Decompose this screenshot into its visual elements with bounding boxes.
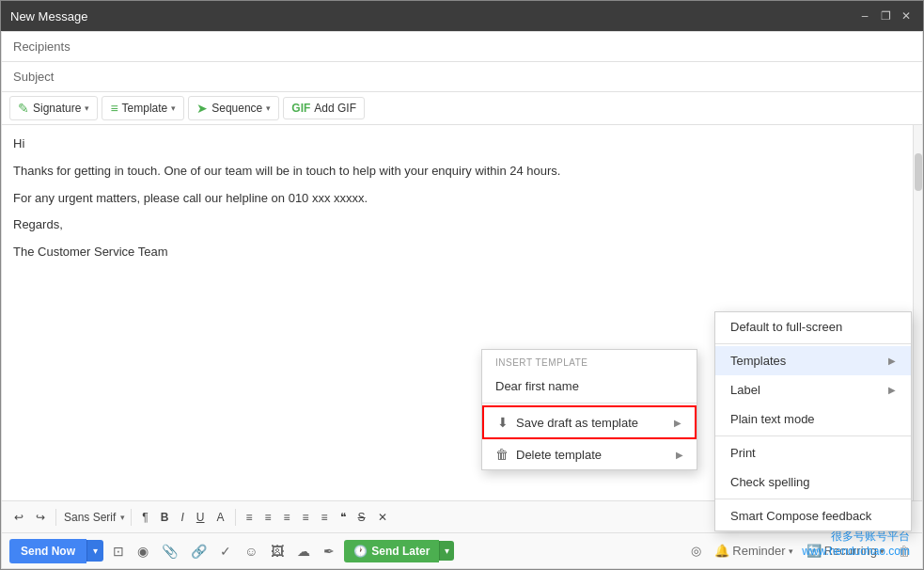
- emoji-button[interactable]: ☺: [241, 542, 261, 561]
- indent-dec-button[interactable]: ≡: [298, 509, 314, 526]
- ctx-label-arrow-icon: ▶: [888, 385, 896, 395]
- template-button[interactable]: ≡ Template ▾: [102, 96, 184, 120]
- send-later-dropdown-button[interactable]: ▾: [439, 541, 454, 561]
- recipients-row: Recipients: [2, 32, 922, 62]
- signature-chevron-icon: ▾: [85, 103, 89, 113]
- divider-1: [55, 509, 56, 526]
- send-now-group: Send Now ▾: [9, 539, 103, 563]
- ctx-divider-2: [715, 435, 911, 436]
- delete-template-item[interactable]: 🗑 Delete template ▶: [482, 439, 697, 469]
- strikethrough-button[interactable]: S: [353, 509, 370, 526]
- send-now-dropdown-button[interactable]: ▾: [86, 540, 103, 562]
- indent-inc-button[interactable]: ≡: [317, 509, 333, 526]
- ctx-smart-compose-label: Smart Compose feedback: [730, 509, 871, 523]
- reminder-icon: 🔔: [714, 544, 729, 558]
- recurring-arrow-icon: ▾: [880, 546, 885, 556]
- ctx-templates[interactable]: Templates ▶: [715, 346, 911, 375]
- divider-2: [131, 509, 132, 526]
- email-compose-window: New Message – ❐ ✕ Recipients Subject ✎ S…: [0, 0, 924, 570]
- save-draft-icon: ⬇: [497, 415, 509, 430]
- minimize-button[interactable]: –: [857, 9, 872, 23]
- insert-link-button[interactable]: 🔗: [187, 542, 211, 561]
- signature-button[interactable]: ✎ Signature ▾: [9, 96, 98, 120]
- bold-button[interactable]: B: [156, 509, 174, 526]
- open-window-button[interactable]: ⊡: [109, 542, 128, 561]
- add-gif-label: Add GIF: [314, 102, 356, 115]
- template-divider: [482, 403, 697, 404]
- font-selector[interactable]: Sans Serif: [62, 511, 117, 524]
- ctx-print[interactable]: Print: [715, 438, 911, 467]
- scrollbar-thumb[interactable]: [915, 153, 922, 191]
- attach-file-button[interactable]: 📎: [158, 542, 181, 561]
- spell-check-button[interactable]: ✓: [216, 542, 235, 561]
- signature-icon: ✎: [18, 101, 29, 116]
- ctx-smart-compose[interactable]: Smart Compose feedback: [715, 501, 911, 530]
- ctx-plain-text-label: Plain text mode: [730, 412, 815, 426]
- scrollbar-track[interactable]: [913, 125, 922, 500]
- signature-small-button[interactable]: ✒: [320, 542, 338, 561]
- sequence-label: Sequence: [211, 102, 262, 115]
- delete-template-icon: 🗑: [495, 447, 509, 462]
- template-icon: ≡: [110, 101, 117, 116]
- ctx-default-fullscreen[interactable]: Default to full-screen: [715, 312, 911, 341]
- sequence-icon: ➤: [196, 101, 208, 116]
- compose-toolbar: ✎ Signature ▾ ≡ Template ▾ ➤ Sequence ▾ …: [2, 92, 922, 125]
- delete-draft-button[interactable]: 🗑: [894, 542, 915, 561]
- ctx-check-spelling-label: Check spelling: [730, 475, 810, 489]
- restore-button[interactable]: ❐: [878, 9, 893, 23]
- dear-firstname-label: Dear first name: [495, 379, 579, 393]
- divider-3: [235, 509, 236, 526]
- template-chevron-icon: ▾: [171, 103, 176, 113]
- sequence-button[interactable]: ➤ Sequence ▾: [188, 96, 279, 120]
- subject-row: Subject: [2, 62, 922, 92]
- dear-firstname-item[interactable]: Dear first name: [482, 372, 697, 401]
- ctx-templates-label: Templates: [730, 354, 786, 368]
- undo-button[interactable]: ↩: [9, 509, 28, 526]
- ctx-label[interactable]: Label ▶: [715, 375, 911, 404]
- send-now-button[interactable]: Send Now: [9, 539, 86, 563]
- close-button[interactable]: ✕: [899, 9, 914, 23]
- paragraph-button[interactable]: ¶: [137, 509, 152, 526]
- align-button[interactable]: ≡: [242, 509, 258, 526]
- remove-format-button[interactable]: ✕: [373, 509, 392, 526]
- context-menu[interactable]: Default to full-screen Templates ▶ Label…: [714, 311, 912, 531]
- subject-label: Subject: [13, 70, 79, 84]
- gif-icon: GIF: [291, 102, 310, 115]
- action-bar: Send Now ▾ ⊡ ◉ 📎 🔗 ✓ ☺ 🖼 ☁ ✒ 🕐 Send Late…: [2, 532, 922, 568]
- ctx-default-fullscreen-label: Default to full-screen: [730, 320, 842, 334]
- font-color-button[interactable]: A: [212, 509, 229, 526]
- ctx-print-label: Print: [730, 446, 756, 460]
- add-gif-button[interactable]: GIF Add GIF: [283, 97, 365, 119]
- ctx-label-text: Label: [730, 383, 760, 397]
- ctx-plain-text[interactable]: Plain text mode: [715, 404, 911, 434]
- template-label: Template: [122, 102, 168, 115]
- bottom-right-buttons: ◎ 🔔 Reminder ▾ 🔄 Recurring ▾ 🗑: [687, 542, 915, 561]
- quote-button[interactable]: ❝: [336, 509, 351, 526]
- sequence-chevron-icon: ▾: [266, 103, 271, 113]
- ordered-list-button[interactable]: ≡: [260, 509, 276, 526]
- body-line1: Thanks for getting in touch. One of our …: [13, 162, 911, 182]
- recurring-button[interactable]: 🔄 Recurring ▾: [803, 542, 888, 560]
- tracking-icon-button[interactable]: ◎: [687, 542, 705, 560]
- body-greeting: Hi: [13, 135, 911, 154]
- reminder-button[interactable]: 🔔 Reminder ▾: [711, 542, 796, 560]
- underline-button[interactable]: U: [192, 509, 210, 526]
- ctx-check-spelling[interactable]: Check spelling: [715, 467, 911, 497]
- reminder-arrow-icon: ▾: [789, 546, 793, 556]
- send-later-button[interactable]: 🕐 Send Later: [344, 540, 439, 562]
- save-draft-arrow-icon: ▶: [674, 418, 681, 428]
- tracking-button[interactable]: ◉: [133, 542, 152, 561]
- recipients-label: Recipients: [13, 40, 79, 54]
- italic-button[interactable]: I: [176, 509, 188, 526]
- cloud-button[interactable]: ☁: [293, 542, 314, 561]
- redo-button[interactable]: ↪: [31, 509, 50, 526]
- signature-label: Signature: [33, 102, 81, 115]
- save-draft-as-template-item[interactable]: ⬇ Save draft as template ▶: [482, 405, 697, 439]
- window-controls: – ❐ ✕: [857, 9, 914, 23]
- unordered-list-button[interactable]: ≡: [279, 509, 295, 526]
- font-arrow-icon[interactable]: ▾: [120, 513, 125, 522]
- window-title: New Message: [10, 9, 87, 24]
- ctx-templates-arrow-icon: ▶: [888, 356, 896, 366]
- template-dropdown-menu[interactable]: INSERT TEMPLATE Dear first name ⬇ Save d…: [481, 349, 697, 470]
- insert-image-button[interactable]: 🖼: [267, 542, 288, 561]
